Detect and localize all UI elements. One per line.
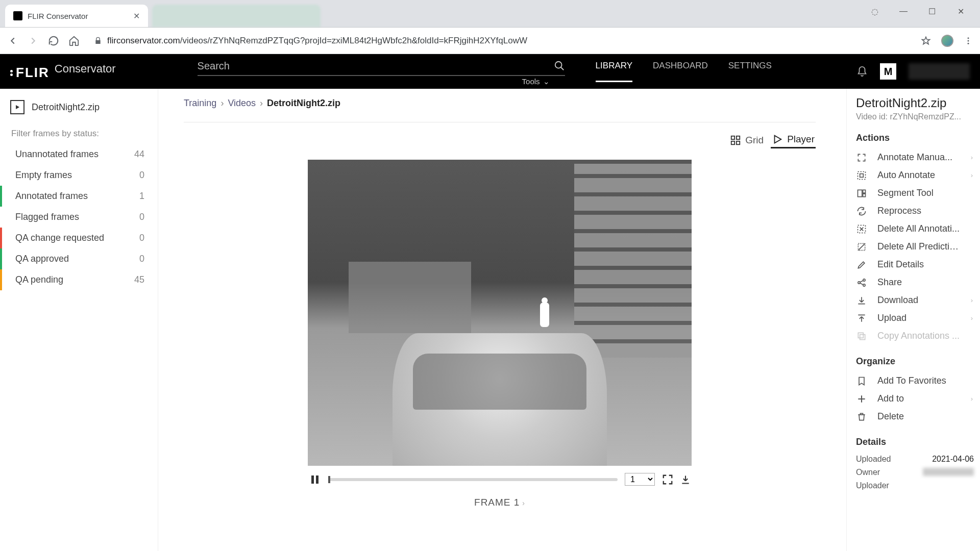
browser-toolbar: flirconservator.com/videos/rZYhNqRemzdPZ… <box>0 28 980 54</box>
search-icon[interactable] <box>554 60 565 71</box>
uploaded-label: Uploaded <box>856 455 891 464</box>
breadcrumb-item[interactable]: Training <box>184 98 216 109</box>
fullscreen-icon[interactable] <box>662 474 673 485</box>
download-icon <box>856 295 867 306</box>
status-label: Flagged frames <box>15 212 79 222</box>
action-item[interactable]: Delete <box>856 408 974 425</box>
details-header: Details <box>856 437 974 447</box>
svg-rect-13 <box>863 190 866 193</box>
detail-title: DetroitNight2.zip <box>856 96 974 110</box>
video-controls: 1 <box>308 466 692 493</box>
grid-icon <box>730 135 741 146</box>
status-item[interactable]: QA approved0 <box>0 248 158 269</box>
status-item[interactable]: Unannotated frames44 <box>0 144 158 165</box>
svg-rect-12 <box>858 190 862 196</box>
app-header: FLIR Conservator Tools⌄ LIBRARY DASHBOAR… <box>0 54 980 89</box>
uploader-label: Uploader <box>856 481 889 490</box>
minimize-icon[interactable]: — <box>899 7 908 15</box>
view-player-button[interactable]: Player <box>771 132 816 148</box>
scrubber[interactable] <box>328 478 618 481</box>
action-item[interactable]: Add to› <box>856 390 974 408</box>
search-tools[interactable]: Tools⌄ <box>198 76 565 86</box>
status-label: QA pending <box>15 274 63 285</box>
chrome-menu-icon[interactable] <box>964 36 973 45</box>
browser-tab-active[interactable]: FLIR Conservator ✕ <box>5 5 148 27</box>
notifications-icon[interactable] <box>856 66 868 77</box>
bookmark-star-icon[interactable] <box>921 36 931 46</box>
status-count: 45 <box>134 274 144 285</box>
action-label: Share <box>877 277 902 288</box>
home-icon[interactable] <box>68 35 80 46</box>
url-bar[interactable]: flirconservator.com/videos/rZYhNqRemzdPZ… <box>89 36 912 46</box>
action-item[interactable]: Auto Annotate› <box>856 166 974 184</box>
main-nav: LIBRARY DASHBOARD SETTINGS <box>596 61 772 82</box>
search-input[interactable] <box>198 57 554 75</box>
tab-close-icon[interactable]: ✕ <box>133 11 140 21</box>
nav-dashboard[interactable]: DASHBOARD <box>653 61 708 82</box>
status-item[interactable]: Flagged frames0 <box>0 207 158 228</box>
logo[interactable]: FLIR Conservator <box>10 62 116 81</box>
action-item: Copy Annotations ... <box>856 327 974 345</box>
action-item[interactable]: Delete All Predictio... <box>856 238 974 256</box>
actions-list: Annotate Manua...›Auto Annotate›Segment … <box>856 148 974 345</box>
status-item[interactable]: Empty frames0 <box>0 165 158 186</box>
favicon-icon <box>13 11 22 20</box>
forward-icon[interactable] <box>28 35 39 46</box>
svg-rect-14 <box>863 193 866 196</box>
organize-header: Organize <box>856 356 974 367</box>
action-label: Edit Details <box>877 259 924 270</box>
maximize-icon[interactable]: ☐ <box>928 7 936 15</box>
action-label: Add To Favorites <box>877 375 946 386</box>
action-item[interactable]: Reprocess <box>856 202 974 220</box>
reload-icon[interactable] <box>48 35 59 46</box>
url-path: /videos/rZYhNqRemzdPZTqqG?projId=zxiML84… <box>180 36 527 45</box>
segment-icon <box>856 188 867 198</box>
close-window-icon[interactable]: ✕ <box>957 7 965 15</box>
user-avatar[interactable]: M <box>880 63 896 80</box>
pause-button[interactable] <box>309 473 321 486</box>
action-item[interactable]: Upload› <box>856 309 974 327</box>
frame-label: FRAME 1 › <box>474 493 525 512</box>
download-frame-icon[interactable] <box>680 474 691 485</box>
video-file-icon <box>10 100 24 114</box>
nav-settings[interactable]: SETTINGS <box>728 61 772 82</box>
chevron-right-icon: › <box>971 314 973 322</box>
file-row[interactable]: DetroitNight2.zip <box>0 97 158 117</box>
organize-list: Add To FavoritesAdd to›Delete <box>856 372 974 425</box>
status-item[interactable]: QA change requested0 <box>0 228 158 248</box>
browser-tab-inactive[interactable] <box>152 5 321 27</box>
status-count: 0 <box>139 170 144 181</box>
profile-avatar-icon[interactable] <box>941 35 953 47</box>
action-item[interactable]: Annotate Manua...› <box>856 148 974 166</box>
svg-point-3 <box>555 62 561 68</box>
actions-header: Actions <box>856 133 974 143</box>
action-item[interactable]: Add To Favorites <box>856 372 974 390</box>
owner-redacted <box>923 468 974 476</box>
status-count: 0 <box>139 254 144 264</box>
breadcrumb-item[interactable]: Videos <box>228 98 256 109</box>
action-label: Delete All Predictio... <box>877 241 962 252</box>
action-item[interactable]: Delete All Annotati... <box>856 220 974 238</box>
svg-rect-21 <box>858 333 863 338</box>
back-icon[interactable] <box>7 35 18 46</box>
uploaded-value: 2021-04-06 <box>932 455 974 464</box>
action-label: Reprocess <box>877 206 921 216</box>
chevron-right-icon: › <box>520 499 525 507</box>
status-label: Unannotated frames <box>15 149 99 160</box>
video-frame[interactable] <box>308 160 692 466</box>
nav-library[interactable]: LIBRARY <box>596 61 632 82</box>
user-name-redacted <box>909 63 970 80</box>
view-toggle: Grid Player <box>184 132 816 148</box>
status-item[interactable]: Annotated frames1 <box>0 186 158 207</box>
speed-select[interactable]: 1 <box>625 473 655 486</box>
center-panel: Training › Videos › DetroitNight2.zip Gr… <box>158 89 846 551</box>
action-item[interactable]: Segment Tool <box>856 184 974 202</box>
action-item[interactable]: Edit Details <box>856 256 974 273</box>
svg-point-1 <box>968 40 969 41</box>
status-count: 0 <box>139 212 144 222</box>
action-item[interactable]: Share <box>856 273 974 291</box>
bookmark-icon <box>856 376 867 386</box>
view-grid-button[interactable]: Grid <box>729 132 765 148</box>
action-item[interactable]: Download› <box>856 291 974 309</box>
status-item[interactable]: QA pending45 <box>0 269 158 290</box>
